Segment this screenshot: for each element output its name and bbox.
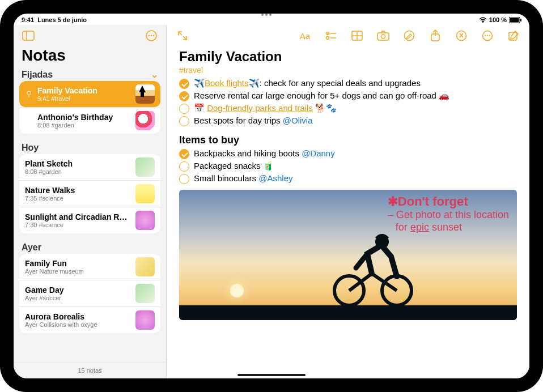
- checkbox-icon[interactable]: [179, 116, 189, 126]
- svg-rect-2: [510, 18, 519, 22]
- section-header-today: Hoy: [14, 140, 166, 154]
- note-title: Aurora Borealis: [25, 312, 131, 321]
- note-title: Family Vacation: [37, 86, 131, 95]
- camera-icon[interactable]: [375, 28, 391, 44]
- share-icon[interactable]: [427, 28, 443, 44]
- svg-rect-4: [23, 31, 34, 40]
- note-editor: Aa Family Vacation #travel ✈️Book fl: [167, 25, 529, 378]
- section-header-pinned[interactable]: Fijadas ⌄: [14, 67, 166, 81]
- link[interactable]: Book flights: [205, 78, 249, 88]
- checkbox-icon[interactable]: [179, 104, 189, 114]
- checkbox-icon[interactable]: [179, 149, 189, 159]
- battery-icon: [509, 17, 521, 23]
- thumbnail: [135, 310, 155, 330]
- thumbnail: [135, 111, 155, 130]
- hand-line: – Get photo at this location: [388, 209, 509, 221]
- note-subtitle: 7:30 #science: [25, 221, 131, 228]
- text: Reserve rental car large enough for 5+ d…: [194, 91, 449, 101]
- wifi-icon: [479, 17, 487, 23]
- note-row[interactable]: Anthonio's Birthday 8:08 #garden: [19, 107, 160, 134]
- note-body[interactable]: Family Vacation #travel ✈️Book flights✈️…: [167, 46, 529, 378]
- checklist-item[interactable]: Packaged snacks 🧃: [179, 161, 517, 172]
- attached-photo[interactable]: ✱Don't forget – Get photo at this locati…: [179, 190, 517, 320]
- cyclist-silhouette: [328, 223, 418, 308]
- text: Packaged snacks 🧃: [194, 161, 274, 171]
- note-row[interactable]: Plant Sketch 8:08 #garden: [19, 154, 160, 180]
- device-frame: 9:41 Lunes 5 de junio 100 %: [0, 0, 543, 392]
- note-subtitle: 8:08 #garden: [37, 122, 131, 129]
- list-group-today: Plant Sketch 8:08 #garden Nature Walks 7…: [19, 154, 160, 233]
- text: Best spots for day trips: [194, 116, 283, 125]
- compose-icon[interactable]: [506, 28, 521, 44]
- svg-point-9: [153, 35, 155, 37]
- list-group-pinned: Family Vacation 9:41 #travel Anthonio's …: [19, 81, 160, 134]
- note-tag[interactable]: #travel: [179, 66, 517, 75]
- note-row[interactable]: Family Vacation 9:41 #travel: [19, 81, 160, 107]
- svg-point-0: [482, 22, 483, 23]
- svg-point-26: [485, 35, 486, 36]
- note-row[interactable]: Game Day Ayer #soccer: [19, 280, 160, 306]
- note-row[interactable]: Family Fun Ayer Nature museum: [19, 254, 160, 280]
- checklist-item[interactable]: Best spots for day trips @Olivia: [179, 116, 517, 126]
- checklist-item[interactable]: ✈️Book flights✈️: check for any special …: [179, 78, 517, 89]
- text: ✈️: [194, 78, 205, 88]
- mention[interactable]: @Danny: [302, 148, 335, 158]
- note-row[interactable]: Aurora Borealis Ayer Collisions with oxy…: [19, 306, 160, 333]
- sidebar-toggle-icon[interactable]: [20, 28, 36, 44]
- mention[interactable]: @Ashley: [258, 173, 292, 183]
- hand-line: ✱Don't forget: [388, 194, 509, 209]
- checklist-item[interactable]: 📅 Dog-friendly parks and trails 🐕🐾: [179, 103, 517, 114]
- svg-point-20: [381, 35, 385, 39]
- checklist-item[interactable]: Small binoculars @Ashley: [179, 173, 517, 184]
- thumbnail: [135, 284, 155, 303]
- svg-point-10: [27, 91, 31, 95]
- note-title: Family Vacation: [179, 49, 517, 65]
- note-title: Family Fun: [25, 259, 131, 268]
- section-header-label: Ayer: [22, 242, 41, 253]
- section-header-yesterday: Ayer: [14, 240, 166, 254]
- more-options-icon[interactable]: [143, 28, 159, 44]
- text: 🐕🐾: [313, 103, 337, 113]
- svg-rect-3: [520, 19, 521, 22]
- multitask-dots-icon[interactable]: [261, 14, 282, 16]
- mention[interactable]: @Olivia: [283, 116, 313, 125]
- svg-point-8: [151, 35, 152, 37]
- status-battery-text: 100 %: [489, 16, 507, 23]
- link[interactable]: Dog-friendly parks and trails: [207, 103, 313, 113]
- status-left: 9:41 Lunes 5 de junio: [22, 16, 87, 23]
- note-title: Anthonio's Birthday: [37, 113, 131, 122]
- note-row[interactable]: Nature Walks 7:35 #science: [19, 180, 160, 207]
- checklist-icon[interactable]: [323, 28, 339, 44]
- svg-point-28: [489, 35, 490, 36]
- text: ✈️: check for any special deals and upgr…: [249, 78, 421, 88]
- table-icon[interactable]: [349, 28, 365, 44]
- sidebar-scroll[interactable]: Fijadas ⌄ Family Vacation 9:41 #travel: [14, 67, 166, 362]
- status-date: Lunes 5 de junio: [37, 16, 87, 23]
- note-row[interactable]: Sunlight and Circadian Rhy… 7:30 #scienc…: [19, 207, 160, 233]
- note-title: Plant Sketch: [25, 159, 131, 168]
- more-icon[interactable]: [480, 28, 495, 44]
- svg-rect-19: [377, 33, 389, 40]
- thumbnail: [135, 157, 155, 177]
- tag-icon[interactable]: [453, 28, 469, 44]
- checkbox-icon[interactable]: [179, 91, 189, 101]
- section-header-label: Fijadas: [22, 70, 53, 80]
- home-indicator[interactable]: [237, 374, 306, 376]
- note-subtitle: Ayer Collisions with oxyge: [25, 321, 131, 328]
- note-title: Sunlight and Circadian Rhy…: [25, 212, 131, 221]
- status-time: 9:41: [22, 16, 34, 23]
- checklist-item[interactable]: Reserve rental car large enough for 5+ d…: [179, 91, 517, 101]
- checkbox-icon[interactable]: [179, 174, 189, 184]
- section-header-label: Hoy: [22, 143, 39, 153]
- format-icon[interactable]: Aa: [297, 28, 313, 44]
- markup-icon[interactable]: [401, 28, 417, 44]
- note-subtitle: 7:35 #science: [25, 195, 131, 202]
- sidebar: Notas Fijadas ⌄ Family Vacation 9:41 #tr…: [14, 25, 167, 378]
- section-heading: Items to buy: [179, 134, 517, 146]
- checkbox-icon[interactable]: [179, 161, 189, 172]
- expand-icon[interactable]: [175, 28, 190, 44]
- checkbox-icon[interactable]: [179, 79, 189, 89]
- sidebar-toolbar: [14, 25, 166, 46]
- checklist-item[interactable]: Backpacks and hiking boots @Danny: [179, 148, 517, 159]
- note-subtitle: Ayer Nature museum: [25, 268, 131, 275]
